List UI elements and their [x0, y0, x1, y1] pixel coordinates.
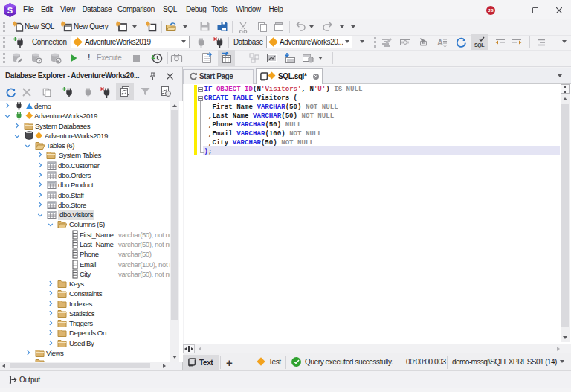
svg-text:S: S	[7, 5, 13, 14]
svg-text:SQL: SQL	[474, 42, 485, 48]
svg-text:A: A	[437, 38, 443, 47]
